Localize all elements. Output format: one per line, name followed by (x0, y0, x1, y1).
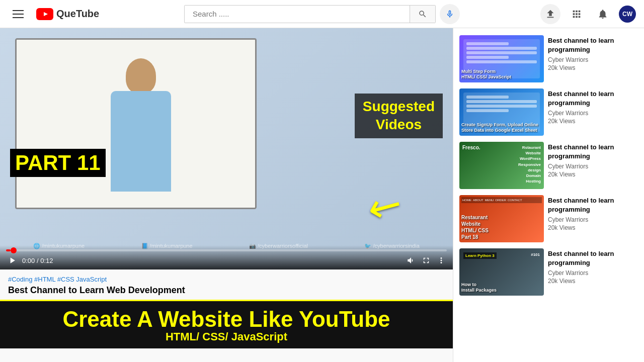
bottom-banner: Create A Website Like YouTube HTML/ CSS/… (0, 300, 453, 348)
suggested-channel-5: Cyber Warriors (548, 269, 638, 277)
suggested-views-3: 20k Views (548, 171, 638, 178)
upload-icon (545, 9, 556, 20)
apps-button[interactable] (567, 4, 587, 24)
search-input[interactable] (185, 6, 410, 22)
suggested-info-5: Best channel to learn programming Cyber … (548, 248, 638, 296)
person-body (111, 91, 171, 192)
fullscreen-icon (422, 256, 431, 265)
video-player[interactable]: PART 11 Suggested Videos ↙ 🌐 /mintukumar… (0, 28, 453, 269)
thumb-label-4: RestaurantWebsiteHTML/ CSSPart 18 (461, 214, 542, 240)
play-icon (7, 255, 17, 265)
nav-bar-mock: HOMEABOUTMENUORDERCONTACT (461, 197, 542, 203)
logo-icon (36, 8, 53, 20)
banner-sub-text: HTML/ CSS/ JavaScript (8, 330, 445, 343)
suggested-title-5: Best channel to learn programming (548, 249, 638, 267)
sidebar: Multi Step FormHTML/ CSS/ JavaScript Bes… (453, 28, 644, 362)
thumb-fresco-label: Fresco. (462, 145, 480, 150)
logo-text: QueTube (56, 8, 99, 20)
video-title: Best Channel to Learn Web Development (8, 285, 445, 296)
search-area (109, 4, 535, 24)
upload-button[interactable] (540, 4, 560, 24)
suggested-views-2: 20k Views (548, 118, 638, 125)
video-info: #Coding #HTML #CSS JavaScript Best Chann… (0, 269, 453, 300)
controls-row: 0:00 / 0:12 (6, 254, 447, 266)
logo-area[interactable]: QueTube (36, 8, 99, 20)
header: QueTube (0, 0, 644, 28)
apps-icon (571, 9, 582, 20)
suggested-title-3: Best channel to learn programming (548, 143, 638, 161)
search-icon (418, 10, 427, 19)
notifications-button[interactable] (593, 4, 613, 24)
thumb-label-2: Create SignUp Form, Upload OnlineStore D… (461, 122, 542, 134)
thumb-python-label: Learn Python 3 (463, 252, 497, 259)
thumbnail-2: Create SignUp Form, Upload OnlineStore D… (459, 88, 544, 136)
search-button[interactable] (410, 6, 435, 23)
suggested-info-2: Best channel to learn programming Cyber … (548, 88, 638, 136)
more-icon (437, 256, 446, 265)
svg-marker-0 (44, 12, 48, 16)
thumb-restaurant-3-text: RstaurantWebsiteWordPressResponsivedesig… (518, 145, 541, 184)
suggested-channel-3: Cyber Warriors (548, 163, 638, 170)
header-right: CW (535, 4, 636, 24)
suggested-title-4: Best channel to learn programming (548, 196, 638, 214)
suggested-overlay: Suggested Videos (355, 94, 443, 138)
video-controls: 0:00 / 0:12 (0, 245, 453, 269)
suggested-info-1: Best channel to learn programming Cyber … (548, 35, 638, 82)
play-button[interactable] (6, 254, 18, 266)
more-options-button[interactable] (436, 255, 447, 266)
main-content: PART 11 Suggested Videos ↙ 🌐 /mintukumar… (0, 28, 644, 362)
thumbnail-5: Learn Python 3 #101 How toInstall Packag… (459, 248, 544, 296)
suggested-channel-1: Cyber Warriors (548, 56, 638, 63)
volume-button[interactable] (406, 255, 417, 266)
part-overlay: PART 11 (10, 149, 106, 177)
banner-main-text: Create A Website Like YouTube (8, 308, 445, 330)
microphone-icon (445, 10, 454, 19)
controls-right (406, 255, 447, 266)
thumbnail-1: Multi Step FormHTML/ CSS/ JavaScript (459, 35, 544, 82)
video-player-container: PART 11 Suggested Videos ↙ 🌐 /mintukumar… (0, 28, 453, 269)
list-item[interactable]: RestaurantWebsiteHTML/ CSSPart 18 HOMEAB… (453, 192, 644, 245)
suggested-channel-2: Cyber Warriors (548, 110, 638, 117)
hamburger-icon (13, 10, 24, 18)
list-item[interactable]: Create SignUp Form, Upload OnlineStore D… (453, 85, 644, 139)
header-left: QueTube (8, 4, 109, 24)
hamburger-menu-button[interactable] (8, 4, 28, 24)
thumbnail-4: RestaurantWebsiteHTML/ CSSPart 18 HOMEAB… (459, 195, 544, 242)
thumb-label-5: How toInstall Packages (461, 282, 542, 294)
play-icon (41, 11, 49, 17)
suggested-views-1: 20k Views (548, 64, 638, 71)
suggested-info-4: Best channel to learn programming Cyber … (548, 195, 638, 242)
list-item[interactable]: Learn Python 3 #101 How toInstall Packag… (453, 245, 644, 299)
progress-dot (11, 247, 17, 253)
suggested-channel-4: Cyber Warriors (548, 216, 638, 223)
suggested-info-3: Best channel to learn programming Cyber … (548, 142, 638, 189)
search-bar (184, 5, 436, 23)
list-item[interactable]: Fresco. RstaurantWebsiteWordPressRespons… (453, 139, 644, 192)
bell-icon (597, 9, 608, 20)
video-section: PART 11 Suggested Videos ↙ 🌐 /mintukumar… (0, 28, 453, 362)
progress-fill (6, 249, 11, 251)
thumb-python-num: #101 (531, 252, 540, 257)
microphone-button[interactable] (440, 4, 460, 24)
suggested-title-1: Best channel to learn programming (548, 36, 638, 54)
avatar[interactable]: CW (619, 6, 636, 23)
list-item[interactable]: Multi Step FormHTML/ CSS/ JavaScript Bes… (453, 32, 644, 85)
fullscreen-button[interactable] (421, 255, 432, 266)
thumb-label-1: Multi Step FormHTML/ CSS/ JavaScript (461, 69, 542, 80)
progress-bar[interactable] (6, 249, 447, 251)
video-tags[interactable]: #Coding #HTML #CSS JavaScript (8, 276, 445, 283)
thumbnail-3: Fresco. RstaurantWebsiteWordPressRespons… (459, 142, 544, 189)
person-figure (91, 28, 191, 269)
suggested-views-4: 20k Views (548, 224, 638, 231)
suggested-title-2: Best channel to learn programming (548, 89, 638, 108)
volume-icon (407, 256, 416, 265)
time-display: 0:00 / 0:12 (22, 257, 53, 264)
suggested-views-5: 20k Views (548, 278, 638, 285)
